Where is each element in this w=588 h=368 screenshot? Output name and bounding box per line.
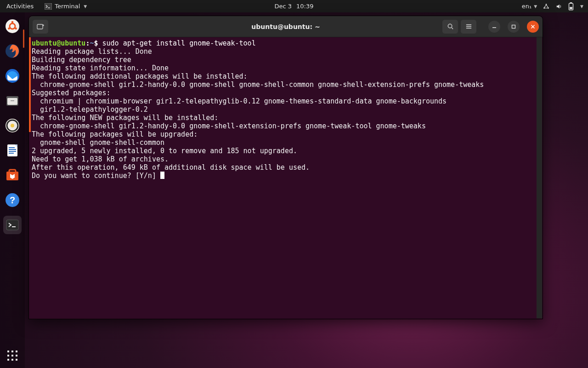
activities-button[interactable]: Activities [0,3,40,10]
dock-item-thunderbird[interactable] [3,67,22,85]
output-line: Need to get 1,038 kB of archives. [32,155,169,163]
terminal-scrollbar[interactable] [537,37,542,318]
svg-rect-41 [37,24,43,29]
output-line: chromium | chromium-browser gir1.2-telep… [32,97,447,105]
hamburger-menu-button[interactable] [461,20,476,34]
window-title: ubuntu@ubuntu: ~ [251,23,320,30]
output-line: Suggested packages: [32,89,111,97]
output-line: Reading state information... Done [32,64,169,72]
output-line: Building dependency tree [32,56,131,64]
svg-point-10 [11,21,14,23]
output-line: After this operation, 649 kB of addition… [32,163,310,172]
dock-item-libreoffice-writer[interactable] [3,141,22,160]
network-icon[interactable] [543,3,550,10]
dock-item-rhythmbox[interactable] [3,116,22,135]
chevron-down-icon: ▼ [84,4,87,9]
ubuntu-dock: ? [0,12,25,368]
svg-rect-32 [7,351,9,352]
terminal-window: ubuntu@ubuntu: ~ ubuntu@ubuntu:~$ sudo a… [28,16,543,319]
terminal-output[interactable]: ubuntu@ubuntu:~$ sudo apt-get install gn… [29,37,543,319]
panel-date: Dec 3 [274,3,292,10]
svg-point-12 [15,28,17,30]
search-button[interactable] [442,20,458,34]
output-line: gir1.2-telepathylogger-0.2 [32,105,148,114]
output-line: The following NEW packages will be insta… [32,114,218,122]
dock-item-help[interactable]: ? [3,191,22,209]
output-line: gnome-shell gnome-shell-common [32,138,164,147]
svg-rect-18 [11,100,14,101]
chevron-down-icon: ▼ [580,4,583,9]
svg-rect-24 [9,149,16,150]
svg-rect-33 [11,351,13,352]
show-applications-button[interactable] [0,350,25,362]
output-line: chrome-gnome-shell gir1.2-handy-0.0 gnom… [32,122,426,130]
svg-rect-40 [16,359,17,361]
output-line: The following additional packages will b… [32,72,248,80]
command-text: sudo apt-get install gnome-tweak-tool [102,39,256,47]
prompt-dollar: $ [94,39,98,47]
window-titlebar[interactable]: ubuntu@ubuntu: ~ [29,16,543,37]
svg-rect-37 [16,355,17,356]
terminal-icon [45,3,52,10]
dock-item-software-updater[interactable] [3,17,22,35]
dock-item-terminal[interactable] [3,216,22,234]
battery-icon[interactable] [568,2,574,11]
chevron-down-icon: ▼ [534,4,537,9]
output-line: The following packages will be upgraded: [32,130,198,138]
svg-rect-17 [7,98,17,105]
new-tab-button[interactable] [33,20,48,34]
svg-point-21 [11,124,14,127]
svg-rect-30 [6,220,18,230]
gnome-top-panel: Activities Terminal ▼ Dec 3 10:39 en₁ ▼ … [0,0,588,12]
keyboard-layout-indicator[interactable]: en₁ ▼ [522,3,537,10]
system-menu-chevron[interactable]: ▼ [579,4,583,9]
svg-rect-39 [11,359,13,361]
svg-rect-7 [570,7,572,9]
svg-rect-50 [512,25,515,28]
app-menu-label: Terminal [55,3,80,10]
svg-point-44 [448,24,452,28]
svg-point-11 [8,28,10,30]
lang-label: en₁ [522,3,531,10]
svg-rect-0 [45,3,52,10]
svg-rect-25 [9,151,16,152]
svg-rect-38 [7,359,9,361]
volume-icon[interactable] [555,3,563,10]
output-line: chrome-gnome-shell gir1.2-handy-0.0 gnom… [32,80,484,89]
svg-rect-34 [16,351,17,352]
svg-line-45 [452,28,453,29]
svg-rect-36 [11,355,13,356]
maximize-button[interactable] [508,21,520,33]
clock-area[interactable]: Dec 3 10:39 [274,3,313,10]
svg-text:?: ? [10,195,15,205]
svg-rect-26 [9,153,14,154]
dock-item-files[interactable] [3,92,22,110]
output-line: Reading package lists... Done [32,47,152,56]
output-line: 2 upgraded, 5 newly installed, 0 to remo… [32,147,297,155]
svg-rect-23 [9,147,15,148]
panel-time: 10:39 [296,3,313,10]
svg-rect-35 [7,355,9,356]
dock-item-firefox[interactable] [3,42,22,60]
app-menu[interactable]: Terminal ▼ [40,3,91,10]
minimize-button[interactable] [488,21,500,33]
close-button[interactable] [527,21,539,33]
dock-item-ubuntu-software[interactable] [3,166,22,184]
output-line: Do you want to continue? [Y/n] [32,172,160,180]
svg-rect-22 [7,144,17,156]
terminal-cursor [160,172,164,179]
dock-active-indicator [23,29,24,48]
prompt-user: ubuntu@ubuntu [32,39,85,47]
